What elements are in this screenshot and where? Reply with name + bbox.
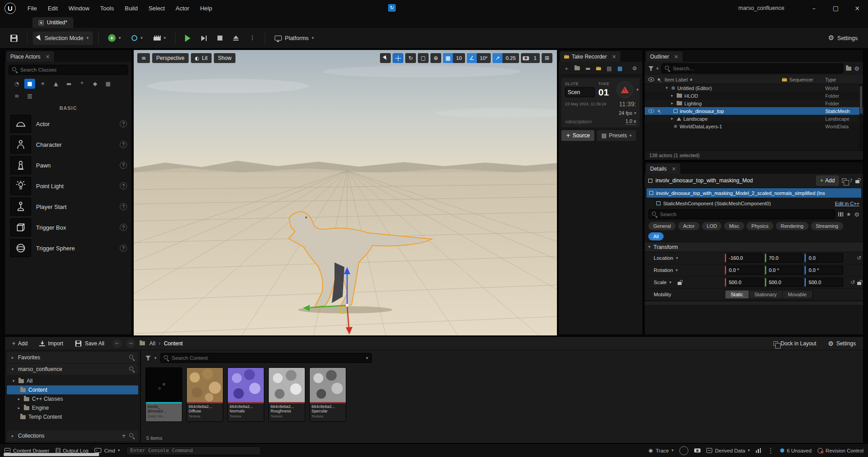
- trace-button[interactable]: ◉ Trace ▾: [649, 448, 674, 453]
- console-command-input[interactable]: [130, 448, 257, 453]
- browse-takes-icon[interactable]: [574, 64, 581, 72]
- favorites-star-icon[interactable]: ★: [846, 212, 851, 217]
- asset-tile-roughness-texture[interactable]: 664c8e6a2... Roughness Texture: [268, 367, 305, 422]
- filter-streaming[interactable]: Streaming: [811, 222, 843, 230]
- details-search-input[interactable]: [660, 212, 832, 217]
- outliner-tab[interactable]: Outliner ×: [646, 51, 683, 62]
- level-viewport[interactable]: ≡ Perspective ◐Lit Show ↻ ▢ ⊕ ▦ 10 ∠ 10°…: [133, 50, 556, 335]
- help-icon[interactable]: ?: [120, 244, 127, 252]
- filter-icon[interactable]: [145, 356, 151, 361]
- help-icon[interactable]: ?: [120, 203, 127, 210]
- expander-icon[interactable]: ▸: [670, 101, 674, 105]
- menu-build[interactable]: Build: [119, 0, 143, 16]
- unreal-logo-icon[interactable]: U: [5, 3, 16, 14]
- breadcrumb-all[interactable]: All: [149, 340, 155, 347]
- viewport-scene[interactable]: [134, 50, 557, 335]
- kebab-icon[interactable]: ⋮: [767, 447, 774, 454]
- place-actor-item-trigger-box[interactable]: Trigger Box ?: [5, 217, 131, 238]
- perspective-dropdown[interactable]: Perspective: [152, 53, 189, 63]
- static-mesh-component-row[interactable]: StaticMeshComponent (StaticMeshComponent…: [645, 199, 863, 208]
- slate-icon[interactable]: [595, 64, 602, 72]
- cmd-dropdown[interactable]: Cmd ▾: [95, 448, 120, 453]
- gear-icon[interactable]: ⚙: [854, 212, 859, 217]
- filter-icon[interactable]: [648, 66, 654, 71]
- location-property-dropdown[interactable]: Location ▾: [645, 255, 725, 261]
- minimize-icon[interactable]: –: [803, 0, 825, 16]
- location-x-field[interactable]: -160.0: [725, 253, 764, 262]
- save-button[interactable]: [6, 32, 22, 45]
- filter-physics[interactable]: Physics: [746, 222, 773, 230]
- asset-tile-specular-texture[interactable]: 664c8e6a2... Specular Texture: [309, 367, 346, 422]
- place-actor-item-actor[interactable]: Actor ?: [5, 113, 131, 134]
- uniform-scale-lock-icon[interactable]: [678, 282, 682, 285]
- add-source-button[interactable]: + Source: [561, 130, 594, 141]
- type-column-header[interactable]: Type: [825, 77, 863, 82]
- rotation-y-field[interactable]: 0.0 °: [765, 266, 804, 275]
- outliner-row-landscape[interactable]: ▸Landscape Landscape: [645, 115, 863, 122]
- pin-column-icon[interactable]: [657, 78, 660, 81]
- close-icon[interactable]: ×: [846, 0, 868, 16]
- restore-icon[interactable]: ▢: [825, 0, 846, 16]
- rotation-x-field[interactable]: 0.0 °: [725, 266, 764, 275]
- sequencer-column-header[interactable]: Sequencer: [782, 77, 825, 82]
- menu-select[interactable]: Select: [143, 0, 170, 16]
- scale-property-dropdown[interactable]: Scale ▾: [645, 280, 725, 285]
- rotation-property-dropdown[interactable]: Rotation ▾: [645, 267, 725, 273]
- filter-misc[interactable]: Misc: [724, 222, 744, 230]
- take-description[interactable]: <description>: [565, 119, 592, 124]
- cb-save-all-button[interactable]: Save All: [71, 338, 108, 349]
- slate-input[interactable]: Scen: [565, 87, 595, 97]
- menu-file[interactable]: File: [22, 0, 42, 16]
- split-view-icon[interactable]: [842, 178, 846, 183]
- search-icon[interactable]: [129, 433, 135, 439]
- menu-actor[interactable]: Actor: [170, 0, 194, 16]
- visibility-column-eye-icon[interactable]: [648, 77, 654, 81]
- chevron-down-icon[interactable]: ▾: [656, 67, 659, 71]
- settings-button[interactable]: ⚙ Settings: [824, 32, 862, 45]
- help-icon[interactable]: ?: [120, 162, 127, 169]
- project-section[interactable]: ▾ marso_confluence: [7, 364, 138, 375]
- film-icon[interactable]: ▬: [584, 64, 591, 72]
- fps-value[interactable]: 24 fps: [619, 110, 633, 116]
- outliner-row-lighting[interactable]: ▸Lighting Folder: [645, 100, 863, 107]
- help-icon[interactable]: ?: [120, 141, 127, 148]
- close-icon[interactable]: ×: [612, 54, 616, 59]
- presets-button[interactable]: ▤ Presets ▾: [597, 130, 636, 141]
- new-take-icon[interactable]: ＋: [563, 64, 570, 72]
- asset-tile-diffuse-texture[interactable]: 664c8e6a2... Diffuse Texture: [186, 367, 223, 422]
- outliner-search-input[interactable]: [673, 66, 840, 71]
- rotation-z-field[interactable]: 0.0 °: [805, 266, 843, 275]
- add-actor-button[interactable]: + ▾: [104, 32, 125, 45]
- selected-instance-row[interactable]: involv_dinosaur_top_with_masking_Model_2…: [646, 188, 861, 198]
- scale-x-field[interactable]: 500.0: [725, 278, 764, 287]
- search-icon[interactable]: [129, 355, 135, 360]
- frame-skip-button[interactable]: [197, 32, 211, 45]
- category-shapes-icon[interactable]: ▲: [50, 79, 61, 89]
- place-actors-tab[interactable]: Place Actors ×: [6, 51, 54, 62]
- place-actor-item-character[interactable]: Character ?: [5, 134, 131, 155]
- place-actor-item-player-start[interactable]: Player Start ?: [5, 196, 131, 217]
- tree-temp-content[interactable]: Temp Content: [7, 412, 138, 421]
- close-icon[interactable]: ×: [674, 54, 678, 59]
- asset-tile-static-mesh[interactable]: involv_ dinosaur... Static Me...: [145, 367, 182, 422]
- filter-actor[interactable]: Actor: [678, 222, 700, 230]
- filter-lod[interactable]: LOD: [702, 222, 722, 230]
- output-log-button[interactable]: Output Log: [56, 448, 89, 453]
- location-y-field[interactable]: 70.0: [765, 253, 804, 262]
- reset-scale-icon[interactable]: ↺: [850, 280, 855, 285]
- outliner-row-world[interactable]: ▾⊕Untitled (Editor) World: [645, 84, 863, 92]
- editor-mode-dropdown[interactable]: Selection Mode ▾: [33, 32, 93, 45]
- add-collection-icon[interactable]: +: [122, 433, 126, 439]
- filter-general[interactable]: General: [648, 222, 676, 230]
- filter-all[interactable]: All: [648, 232, 664, 240]
- outliner-row-hlod[interactable]: ▸HLOD Folder: [645, 92, 863, 100]
- help-icon[interactable]: ?: [120, 224, 127, 231]
- view-mode-dropdown[interactable]: ◐Lit: [191, 53, 212, 63]
- help-icon[interactable]: ?: [850, 178, 852, 183]
- breadcrumb-content[interactable]: Content: [164, 340, 183, 347]
- play-button[interactable]: [181, 32, 194, 45]
- lock-icon[interactable]: [855, 180, 859, 183]
- details-tab[interactable]: Details ×: [646, 163, 680, 174]
- rotate-tool-button[interactable]: ↻: [405, 53, 416, 63]
- outliner-scrollbar[interactable]: [859, 84, 863, 150]
